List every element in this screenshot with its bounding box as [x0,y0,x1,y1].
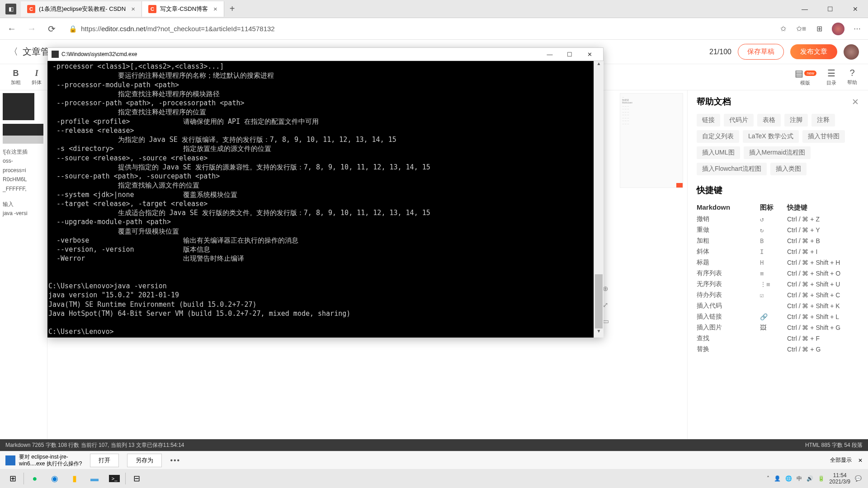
template-button[interactable]: ▤new 模版 [789,68,821,86]
help-tag[interactable]: 表格 [757,114,781,127]
url-input[interactable]: 🔒 https://editor.csdn.net/md?not_checkou… [65,25,770,33]
save-draft-button[interactable]: 保存草稿 [738,44,784,60]
publish-button[interactable]: 发布文章 [790,44,837,59]
minimize-button[interactable]: — [792,0,817,18]
shortcut-row: 无序列表⋮≡Ctrl / ⌘ + Shift + U [697,279,859,290]
help-tag[interactable]: 注脚 [784,114,808,127]
shortcut-row: 插入链接🔗Ctrl / ⌘ + Shift + L [697,311,859,322]
help-icon: ? [849,68,854,78]
help-tag[interactable]: LaTeX 数学公式 [743,130,799,143]
browser-tabs-bar: ◧ C (1条消息)eclipse安装教程- CSDN × C 写文章-CSDN… [0,0,868,18]
menu-icon[interactable]: ⋯ [852,23,863,34]
app-icon[interactable]: ▬ [85,470,104,487]
favorites-list-icon[interactable]: ✩≡ [796,23,807,34]
close-window-button[interactable]: ✕ [843,0,868,18]
clock[interactable]: 11:54 2021/3/9 [829,472,850,485]
favorite-icon[interactable]: ✩ [778,23,788,34]
battery-icon[interactable]: 🔋 [818,475,825,482]
taskbar: ⊞ ● ◉ ▮ ▬ >_ ⊟ ˄ 👤 🌐 中 🔊 🔋 11:54 2021/3/… [0,469,868,488]
status-left: Markdown 7265 字数 108 行数 当前行 107, 当前列 13 … [5,441,184,449]
tray-up-icon[interactable]: ˄ [767,475,769,482]
cmd-output[interactable]: -processor <class1>[,<class2>,<class3>..… [47,61,594,338]
close-icon[interactable]: ✕ [858,457,863,464]
markdown-source-pane[interactable]: ![在这里插 oss- process=i R0cHM6L _FFFFFF, 输… [0,90,47,461]
shortcut-row: 替换Ctrl / ⌘ + G [697,344,859,355]
explorer-icon[interactable]: ▮ [65,470,85,487]
saveas-button[interactable]: 另存为 [127,454,162,467]
lock-icon: 🔒 [69,25,77,33]
minimap-thumb[interactable]: ...快捷键Markdown... ... ...... ... ...... … [620,93,683,188]
help-tag[interactable]: 插入UML图 [697,146,740,159]
help-tags: 链接代码片表格注脚注释自定义列表LaTeX 数学公式插入甘特图插入UML图插入M… [697,114,859,175]
close-button[interactable]: ✕ [580,51,599,58]
minimize-button[interactable]: — [540,51,560,58]
collections-icon[interactable]: ⊞ [814,23,825,34]
people-icon[interactable]: 👤 [774,475,781,482]
toc-button[interactable]: ☰ 目录 [821,68,842,86]
more-icon[interactable]: ••• [170,456,180,465]
italic-button[interactable]: I 斜体 [26,69,47,86]
help-title: 帮助文档 [697,96,731,108]
cmd-taskbar-icon[interactable]: >_ [104,470,124,487]
template-icon: ▤new [795,68,816,79]
show-all-button[interactable]: 全部显示 [830,456,852,464]
shortcut-row: 撤销↺Ctrl / ⌘ + Z [697,214,859,225]
shortcut-row: 斜体ICtrl / ⌘ + I [697,246,859,257]
expand-icon[interactable]: ⤢ [603,301,609,309]
shortcut-row: 有序列表≡Ctrl / ⌘ + Shift + O [697,268,859,279]
address-bar: ← → ⟳ 🔒 https://editor.csdn.net/md?not_c… [0,18,868,40]
back-button[interactable]: ← [5,23,18,35]
browser-tab-0[interactable]: C (1条消息)eclipse安装教程- CSDN × [21,1,142,17]
help-tag[interactable]: 插入类图 [770,163,807,175]
bold-button[interactable]: B 加粗 [5,69,26,86]
shortcut-row: 标题HCtrl / ⌘ + Shift + H [697,257,859,268]
taskview-icon[interactable]: ⊟ [127,470,146,487]
network-icon[interactable]: 🌐 [785,475,792,482]
close-icon[interactable]: × [131,5,135,13]
ime-icon[interactable]: 中 [797,475,802,483]
cmd-titlebar[interactable]: C:\Windows\system32\cmd.exe — ☐ ✕ [47,47,604,61]
browser-tab-1[interactable]: C 写文章-CSDN博客 × [142,1,224,17]
page-title: 文章管 [23,46,50,58]
open-button[interactable]: 打开 [90,454,119,467]
help-tag[interactable]: 自定义列表 [697,130,739,143]
maximize-button[interactable]: ☐ [560,51,580,58]
cmd-icon [52,51,59,58]
shortcut-row: 待办列表☑Ctrl / ⌘ + Shift + C [697,290,859,300]
editor-status-bar: Markdown 7265 字数 108 行数 当前行 107, 当前列 13 … [0,439,868,451]
volume-icon[interactable]: 🔊 [807,475,813,482]
cmd-title-text: C:\Windows\system32\cmd.exe [61,51,137,57]
help-tag[interactable]: 注释 [811,114,835,127]
toc-icon: ☰ [827,68,835,79]
help-tag[interactable]: 插入Flowchart流程图 [697,163,767,175]
layout-icon[interactable]: ▭ [603,317,609,325]
shortcut-row: 重做↻Ctrl / ⌘ + Y [697,225,859,235]
start-button[interactable]: ⊞ [3,470,23,487]
close-icon[interactable]: × [213,5,217,13]
cmd-scrollbar[interactable]: ▲ ▼ [594,61,604,338]
help-button[interactable]: ? 帮助 [842,68,863,86]
target-icon[interactable]: ⊕ [603,285,609,293]
back-icon[interactable]: 〈 [9,46,18,58]
wechat-icon[interactable]: ● [25,470,45,487]
edge-icon[interactable]: ◉ [45,470,65,487]
cmd-window: C:\Windows\system32\cmd.exe — ☐ ✕ -proce… [47,47,604,338]
status-right: HTML 885 字数 54 段落 [805,441,863,449]
image-thumb [3,124,43,144]
help-tag[interactable]: 插入Mermaid流程图 [744,146,811,159]
help-tag[interactable]: 插入甘特图 [802,130,845,143]
new-tab-button[interactable]: + [224,4,241,14]
help-tag[interactable]: 链接 [697,114,720,127]
close-icon[interactable]: ✕ [852,97,859,107]
app-icon[interactable]: ◧ [5,4,16,14]
user-avatar[interactable] [844,44,859,60]
forward-button[interactable]: → [25,23,38,35]
image-thumb [3,93,34,120]
maximize-button[interactable]: ☐ [817,0,843,18]
shortcuts-header: Markdown 图标 快捷键 [697,202,859,214]
minimap-pane: ...快捷键Markdown... ... ...... ... ...... … [617,90,687,461]
notifications-icon[interactable]: 💬 [855,475,862,482]
profile-avatar[interactable] [832,23,844,35]
refresh-button[interactable]: ⟳ [45,23,58,35]
help-tag[interactable]: 代码片 [724,114,754,127]
